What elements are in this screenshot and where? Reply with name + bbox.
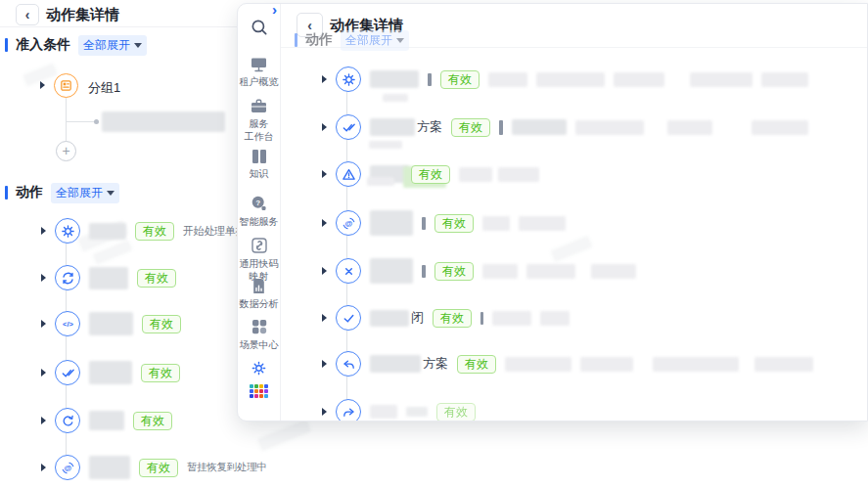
badge-wrap: 有效 xyxy=(411,164,450,184)
caret-down-icon xyxy=(396,38,404,43)
expand-arrow-icon[interactable] xyxy=(41,369,46,377)
redacted-text xyxy=(482,216,510,231)
expand-all-toggle[interactable]: 全部展开 xyxy=(341,30,409,51)
sidebar-item-quick-code-mapping[interactable]: 通用快码 映射 xyxy=(238,237,280,283)
redacted-text xyxy=(512,119,567,135)
expand-arrow-icon[interactable] xyxy=(322,219,327,227)
section-label: 准入条件 xyxy=(16,36,70,54)
action-row[interactable]: 闭 有效 xyxy=(322,305,578,331)
expand-arrow-icon[interactable] xyxy=(322,75,327,83)
expand-arrow-icon[interactable] xyxy=(41,417,46,424)
action-row[interactable]: 方案 有效 xyxy=(322,351,822,377)
page-title: 动作集详情 xyxy=(46,6,119,24)
at-sync-icon: @ xyxy=(55,455,80,480)
expand-arrow-icon[interactable] xyxy=(41,464,46,471)
group-glyph-icon xyxy=(59,78,73,93)
expand-arrow-icon[interactable] xyxy=(322,170,327,178)
redacted-text xyxy=(540,311,570,326)
redacted-text xyxy=(383,94,408,102)
sidebar-item-data-analysis[interactable]: 数据分析 xyxy=(238,278,280,311)
action-row[interactable]: 有效 xyxy=(322,258,645,284)
sidebar-item-label: 智能服务 xyxy=(240,216,279,229)
section-label: 动作 xyxy=(16,184,43,201)
redacted-text xyxy=(480,312,483,325)
expand-arrow-icon[interactable] xyxy=(322,267,327,275)
group-name[interactable]: 分组1 xyxy=(88,79,120,97)
row-tail-text: 闭 xyxy=(411,309,424,327)
sidebar-item-smart-service[interactable]: ? 智能服务 xyxy=(238,195,280,229)
apps-launcher-button[interactable] xyxy=(238,384,280,398)
redacted-text xyxy=(89,312,133,335)
book-icon xyxy=(251,149,268,164)
expand-sidebar-icon[interactable]: › xyxy=(272,1,277,18)
action-row[interactable]: 有效 xyxy=(322,161,548,187)
sidebar-item-label: 场景中心 xyxy=(240,339,279,352)
sidebar-item-label: 数据分析 xyxy=(240,298,279,311)
warning-icon xyxy=(336,161,361,187)
actions-section: 动作 全部展开 xyxy=(5,185,119,200)
redacted-text xyxy=(752,120,808,135)
expand-arrow-icon[interactable] xyxy=(40,81,45,89)
expand-arrow-icon[interactable] xyxy=(41,274,46,282)
action-row[interactable]: 有效 xyxy=(41,360,189,385)
section-marker xyxy=(5,38,8,52)
action-row[interactable]: @ 有效 暂挂恢复到处理中 xyxy=(41,455,276,480)
action-row[interactable]: @ 有效 xyxy=(322,210,574,236)
expand-all-toggle[interactable]: 全部展开 xyxy=(78,35,147,56)
expand-arrow-icon[interactable] xyxy=(41,320,46,328)
double-check-icon xyxy=(336,114,361,140)
sidebar-item-service-workbench[interactable]: 服务 工作台 xyxy=(238,98,280,143)
action-row[interactable]: 有效 xyxy=(41,265,185,290)
redacted-text xyxy=(367,177,394,186)
redacted-text xyxy=(370,405,397,419)
sidebar-item-knowledge[interactable]: 知识 xyxy=(238,149,280,181)
redacted-text xyxy=(761,72,808,87)
redacted-text xyxy=(370,310,409,327)
status-badge: 有效 xyxy=(141,364,180,382)
apps-grid-icon xyxy=(250,384,268,398)
add-condition-button[interactable]: + xyxy=(56,141,76,161)
back-button[interactable]: ‹ xyxy=(16,4,39,25)
search-icon xyxy=(250,18,269,37)
search-button[interactable] xyxy=(238,18,280,37)
caret-down-icon xyxy=(134,43,142,48)
grid-icon xyxy=(251,318,268,335)
svg-text:?: ? xyxy=(255,199,260,207)
redacted-text xyxy=(89,267,128,289)
expand-all-toggle[interactable]: 全部展开 xyxy=(51,183,119,203)
action-row[interactable]: </> 有效 xyxy=(41,311,190,336)
gear-icon xyxy=(336,67,361,92)
redacted-text xyxy=(505,357,571,372)
redacted-text xyxy=(370,70,419,88)
status-badge: 有效 xyxy=(433,309,472,328)
group-icon[interactable] xyxy=(54,73,78,98)
expand-arrow-icon[interactable] xyxy=(322,123,327,131)
x-icon xyxy=(336,258,361,284)
at-sync-icon: @ xyxy=(336,210,361,236)
expand-arrow-icon[interactable] xyxy=(322,360,327,368)
redacted-text xyxy=(89,456,130,479)
sidebar-item-tenant-overview[interactable]: 租户概览 xyxy=(238,57,280,89)
screen: ‹ 动作集详情 准入条件 全部展开 分组1 xyxy=(0,0,868,488)
redacted-text xyxy=(89,223,126,240)
sidebar-item-label: 租户概览 xyxy=(240,76,279,89)
expand-arrow-icon[interactable] xyxy=(322,314,327,322)
redacted-text xyxy=(459,167,492,182)
sidebar-item-scene-center[interactable]: 场景中心 xyxy=(238,318,280,352)
status-badge: 有效 xyxy=(436,403,476,421)
action-row[interactable]: 有效 xyxy=(41,408,181,433)
expand-arrow-icon[interactable] xyxy=(41,227,46,235)
gear-icon xyxy=(55,218,80,244)
settings-button[interactable] xyxy=(238,360,280,377)
redacted-text xyxy=(519,216,566,231)
action-row[interactable]: 有效 xyxy=(322,67,817,92)
redacted-text xyxy=(370,355,421,373)
status-badge: 有效 xyxy=(451,118,490,137)
expand-arrow-icon[interactable] xyxy=(322,408,327,416)
double-check-icon xyxy=(55,360,80,385)
action-row[interactable]: 方案 有效 xyxy=(322,114,817,140)
check-icon xyxy=(336,305,361,331)
sidebar-item-label: 服务 工作台 xyxy=(245,118,274,143)
action-row[interactable]: 有效 xyxy=(322,399,484,421)
section-marker xyxy=(5,186,8,200)
